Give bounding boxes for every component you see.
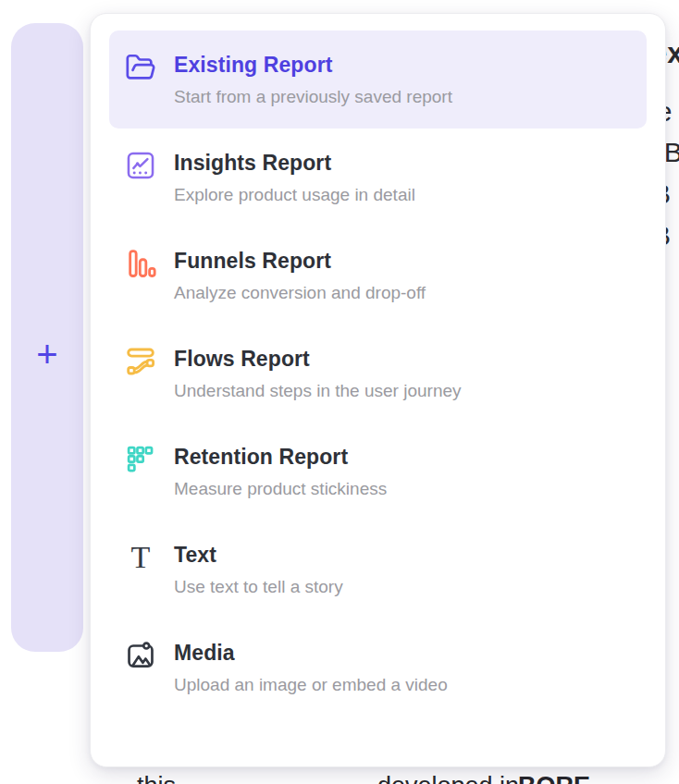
menu-item-title: Funnels Report — [174, 247, 426, 275]
menu-item-subtitle: Explore product usage in detail — [174, 183, 415, 206]
add-content-button[interactable]: + — [11, 334, 83, 374]
menu-item-subtitle: Understand steps in the user journey — [174, 379, 462, 402]
menu-item-text: Media Upload an image or embed a video — [174, 639, 448, 696]
background-text-fragment: this — [137, 772, 176, 784]
menu-item-funnels-report[interactable]: Funnels Report Analyze conversion and dr… — [109, 227, 647, 325]
folder-open-icon — [124, 51, 157, 84]
menu-item-existing-report[interactable]: Existing Report Start from a previously … — [109, 31, 647, 129]
text-icon: T — [124, 541, 157, 574]
menu-item-subtitle: Use text to tell a story — [174, 575, 343, 598]
menu-item-title: Flows Report — [174, 345, 462, 373]
menu-item-insights-report[interactable]: Insights Report Explore product usage in… — [109, 129, 647, 227]
flows-icon — [124, 345, 157, 378]
menu-item-title: Retention Report — [174, 443, 387, 471]
menu-item-text: Insights Report Explore product usage in… — [174, 149, 415, 206]
menu-item-text: Funnels Report Analyze conversion and dr… — [174, 247, 426, 304]
menu-item-text-block[interactable]: T Text Use text to tell a story — [109, 521, 647, 619]
menu-item-text: Existing Report Start from a previously … — [174, 51, 452, 108]
menu-item-retention-report[interactable]: Retention Report Measure product stickin… — [109, 423, 647, 521]
menu-item-flows-report[interactable]: Flows Report Understand steps in the use… — [109, 325, 647, 423]
board-add-rail: + — [11, 23, 83, 652]
menu-item-subtitle: Start from a previously saved report — [174, 85, 452, 108]
funnel-bars-icon — [124, 247, 157, 280]
menu-item-title: Existing Report — [174, 51, 452, 79]
menu-item-subtitle: Measure product stickiness — [174, 477, 387, 500]
add-report-menu: Existing Report Start from a previously … — [90, 13, 666, 767]
menu-item-title: Insights Report — [174, 149, 415, 177]
menu-item-subtitle: Upload an image or embed a video — [174, 673, 448, 696]
menu-item-title: Media — [174, 639, 448, 667]
media-image-icon — [124, 639, 157, 672]
menu-item-subtitle: Analyze conversion and drop-off — [174, 281, 426, 304]
menu-item-text: Flows Report Understand steps in the use… — [174, 345, 462, 402]
retention-grid-icon — [124, 443, 157, 476]
menu-item-text: Text Use text to tell a story — [174, 541, 343, 598]
menu-item-text: Retention Report Measure product stickin… — [174, 443, 387, 500]
background-text-fragment: BORE — [518, 772, 590, 784]
menu-item-media[interactable]: Media Upload an image or embed a video — [109, 619, 647, 717]
background-text-fragment: developed in — [377, 772, 519, 784]
menu-item-title: Text — [174, 541, 343, 569]
insights-chart-icon — [124, 149, 157, 182]
